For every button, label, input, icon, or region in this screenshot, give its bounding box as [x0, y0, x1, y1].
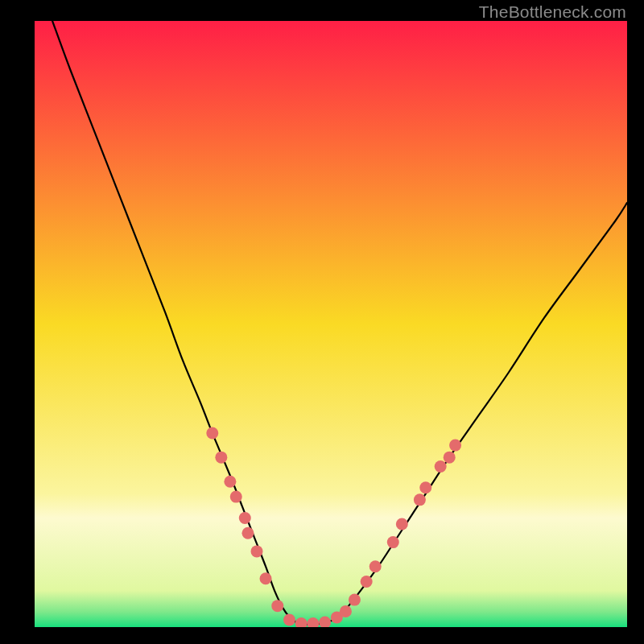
highlight-dot: [283, 613, 295, 625]
plot-area: [35, 21, 627, 627]
highlight-dot: [449, 440, 461, 452]
highlight-dot: [349, 594, 361, 606]
highlight-dot: [396, 518, 408, 530]
plot-svg: [35, 21, 627, 627]
chart-frame: TheBottleneck.com: [0, 0, 644, 644]
highlight-dot: [224, 476, 236, 488]
highlight-dot: [242, 527, 254, 539]
highlight-dot: [435, 460, 447, 473]
highlight-dot: [340, 605, 352, 617]
highlight-dot: [206, 427, 218, 440]
highlight-dot: [271, 600, 283, 612]
highlight-dot: [361, 576, 373, 588]
highlight-dot: [444, 452, 456, 464]
highlight-dot: [369, 560, 382, 572]
highlight-dot: [260, 572, 272, 584]
highlight-dot: [414, 493, 426, 506]
highlight-dot: [230, 491, 242, 503]
gradient-background: [35, 21, 627, 627]
source-watermark: TheBottleneck.com: [479, 2, 626, 22]
highlight-dot: [239, 512, 251, 524]
highlight-dot: [419, 481, 431, 493]
highlight-dot: [387, 536, 399, 548]
highlight-dot: [251, 545, 263, 557]
highlight-dot: [215, 452, 227, 464]
